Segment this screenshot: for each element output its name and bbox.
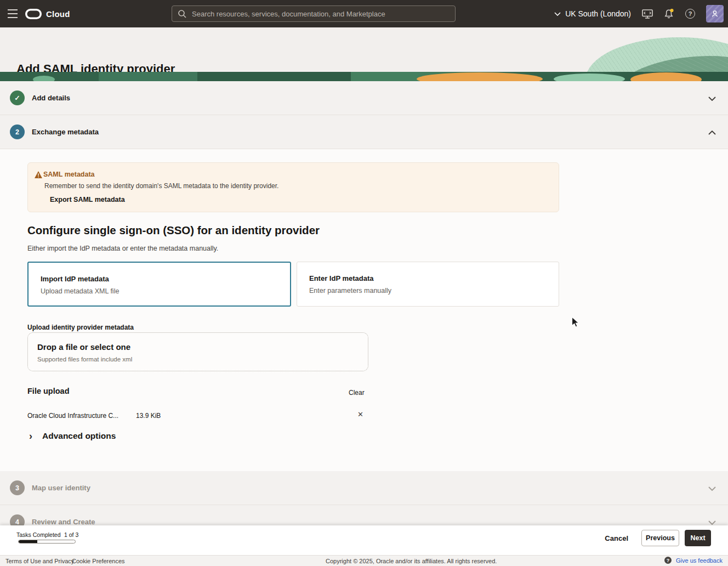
question-mark-icon: ? — [664, 557, 672, 564]
feedback-group: ? Give us feedback — [664, 557, 723, 564]
chevron-down-icon — [554, 12, 561, 16]
page-header: Add SAML identity provider Learn more. — [0, 27, 728, 81]
oci-console-page: Cloud UK South (London) — [0, 0, 728, 566]
step-header-map-user-identity[interactable]: 3 Map user identity — [0, 471, 728, 505]
user-avatar[interactable] — [706, 5, 724, 22]
file-size: 13.9 KiB — [136, 412, 161, 420]
advanced-options-toggle[interactable]: › Advanced options — [29, 431, 116, 441]
upload-metadata-field-label: Upload identity provider metadata — [27, 324, 134, 331]
close-icon: ✕ — [357, 410, 363, 418]
oracle-cloud-brand[interactable]: Cloud — [25, 0, 70, 27]
saml-metadata-warning: SAML metadata Remember to send the ident… — [27, 162, 559, 212]
page-footer: Terms of Use and Privacy Cookie Preferen… — [0, 555, 728, 566]
step-number-badge: 3 — [10, 480, 25, 495]
sso-section-heading: Configure single sign-on (SSO) for an id… — [27, 224, 320, 237]
search-input[interactable] — [186, 10, 455, 18]
chevron-up-icon — [708, 127, 716, 137]
step-complete-check-icon: ✓ — [10, 90, 25, 105]
progress-fill — [19, 540, 37, 543]
notifications-button[interactable] — [664, 8, 674, 19]
dropzone-title: Drop a file or select one — [37, 342, 130, 352]
clear-files-button[interactable]: Clear — [349, 389, 365, 397]
step-label: Add details — [32, 94, 70, 102]
import-idp-metadata-card[interactable]: Import IdP metadata Upload metadata XML … — [27, 262, 291, 307]
step-label: Map user identity — [32, 484, 90, 492]
copyright-text: Copyright © 2025, Oracle and/or its affi… — [326, 558, 497, 564]
chevron-down-icon — [708, 93, 716, 103]
give-feedback-link[interactable]: Give us feedback — [676, 557, 723, 564]
exchange-metadata-panel: SAML metadata Remember to send the ident… — [0, 149, 728, 471]
file-dropzone[interactable]: Drop a file or select one Supported file… — [27, 332, 368, 371]
card-description: Upload metadata XML file — [41, 287, 119, 295]
terminal-monitor-icon — [642, 9, 653, 19]
decorative-pattern-band — [0, 72, 728, 81]
step-number-badge: 2 — [10, 124, 25, 139]
wizard-buttons: Cancel Previous Next — [605, 530, 711, 546]
file-name: Oracle Cloud Infrastructure C... — [27, 412, 118, 420]
cancel-button[interactable]: Cancel — [605, 534, 628, 542]
global-search-bar — [172, 5, 456, 22]
previous-button[interactable]: Previous — [641, 530, 679, 546]
region-selector[interactable]: UK South (London) — [554, 9, 631, 18]
cookie-preferences-link[interactable]: Cookie Preferences — [72, 558, 125, 564]
step-label: Review and Create — [32, 518, 95, 526]
notification-badge — [670, 9, 673, 12]
person-icon — [710, 9, 719, 18]
dropzone-subtitle: Supported files format include xml — [37, 356, 132, 363]
bell-icon — [664, 8, 674, 19]
next-button[interactable]: Next — [685, 530, 711, 546]
warning-message: Remember to send the identity domain's S… — [44, 182, 278, 190]
card-title: Import IdP metadata — [41, 275, 109, 283]
tasks-completed-count: 1 of 3 — [64, 531, 78, 538]
top-navigation-bar: Cloud UK South (London) — [0, 0, 728, 27]
chevron-down-icon — [708, 483, 716, 493]
search-icon — [178, 9, 186, 18]
step-header-add-details[interactable]: ✓ Add details — [0, 81, 728, 115]
brand-label: Cloud — [46, 9, 70, 19]
step-header-exchange-metadata[interactable]: 2 Exchange metadata — [0, 115, 728, 149]
file-upload-heading: File upload — [27, 387, 70, 395]
card-title: Enter IdP metadata — [309, 274, 374, 282]
step-label: Exchange metadata — [32, 128, 99, 136]
chevron-right-icon: › — [29, 431, 32, 441]
hamburger-menu-button[interactable] — [8, 9, 19, 18]
wizard-action-bar: Tasks Completed 1 of 3 Cancel Previous N… — [0, 525, 728, 555]
oracle-logo-icon — [25, 9, 42, 19]
remove-file-button[interactable]: ✕ — [357, 410, 363, 418]
advanced-options-label: Advanced options — [42, 431, 116, 441]
tasks-completed-label: Tasks Completed — [16, 531, 61, 538]
card-description: Enter parameters manually — [309, 287, 391, 295]
cloud-shell-button[interactable] — [642, 9, 653, 19]
region-label: UK South (London) — [565, 9, 631, 18]
help-button[interactable]: ? — [685, 9, 695, 19]
enter-idp-metadata-card[interactable]: Enter IdP metadata Enter parameters manu… — [297, 262, 559, 307]
tasks-progress-bar — [18, 540, 76, 544]
sso-section-subheading: Either import the IdP metadata or enter … — [27, 245, 218, 252]
topbar-actions: UK South (London) ? — [554, 0, 724, 27]
warning-title: SAML metadata — [43, 171, 95, 178]
terms-of-use-link[interactable]: Terms of Use and Privacy — [5, 558, 74, 564]
warning-triangle-icon — [35, 171, 42, 180]
export-saml-metadata-button[interactable]: Export SAML metadata — [50, 196, 125, 203]
help-icon: ? — [685, 9, 695, 19]
